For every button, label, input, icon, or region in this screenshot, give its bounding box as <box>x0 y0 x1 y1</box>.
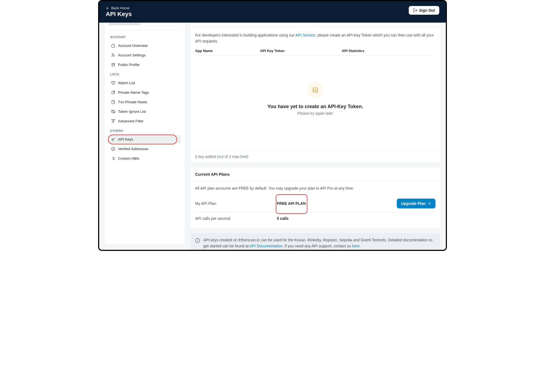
account-avatar-placeholder <box>108 23 141 25</box>
plan-value: FREE API PLAN <box>277 201 306 206</box>
svg-line-3 <box>111 110 115 113</box>
user-gear-icon <box>111 53 115 57</box>
col-api-statistics: API Statistics <box>342 49 435 53</box>
info-icon <box>195 238 200 243</box>
svg-rect-2 <box>112 91 115 94</box>
sidebar-item-label: Account Settings <box>118 53 146 57</box>
sidebar-item-account-overview[interactable]: Account Overview <box>108 41 181 50</box>
api-documentation-link[interactable]: API Documentation <box>250 244 283 248</box>
svg-point-0 <box>112 54 113 55</box>
col-app-name: App Name <box>195 49 260 53</box>
sidebar-item-private-name-tags[interactable]: Private Name Tags <box>108 88 181 97</box>
info-text: API keys created on Etherscan.io can be … <box>203 237 435 249</box>
arrow-left-icon <box>106 6 110 10</box>
storefront-icon <box>111 63 115 67</box>
sidebar-item-watch-list[interactable]: Watch List <box>108 79 181 87</box>
sign-out-button[interactable]: Sign Out <box>409 6 439 15</box>
sidebar-item-label: Txn Private Notes <box>118 100 147 104</box>
api-plans-panel: Current API Plans All API plan accounts … <box>190 168 440 228</box>
plans-description: All API plan accounts are FREE by defaul… <box>195 186 435 190</box>
sidebar-item-account-settings[interactable]: Account Settings <box>108 51 181 59</box>
svg-point-5 <box>111 147 115 151</box>
sidebar-item-label: Custom ABIs <box>118 156 139 160</box>
check-circle-icon <box>111 147 115 151</box>
sidebar: ACCOUNT Account Overview Account Setting… <box>105 23 185 244</box>
sidebar-item-label: Account Overview <box>118 44 148 48</box>
sidebar-item-token-ignore-list[interactable]: Token Ignore List <box>108 107 181 116</box>
sidebar-item-label: Verified Addresses <box>118 147 149 151</box>
sidebar-section-account: ACCOUNT <box>110 35 179 39</box>
sidebar-item-advanced-filter[interactable]: Advanced Filter <box>108 117 181 125</box>
sidebar-section-lists: LISTS <box>110 73 179 76</box>
panel-description: For developers interested in building ap… <box>195 32 435 44</box>
key-icon <box>111 137 115 141</box>
home-icon <box>111 44 115 48</box>
sign-out-icon <box>413 8 417 13</box>
info-text-segment: . If you need any API support, contact u… <box>282 244 352 248</box>
empty-subtitle: Please try again later <box>195 111 435 116</box>
filter-icon <box>111 119 115 123</box>
app-header: Back Home API Keys Sign Out <box>99 1 446 23</box>
panel-footer: 0 key added (out of 3 max limit) <box>190 150 440 163</box>
sidebar-item-label: Advanced Filter <box>118 119 144 123</box>
page-title: API Keys <box>106 11 132 18</box>
heart-icon <box>111 81 115 85</box>
plan-label: My API Plan: <box>195 201 277 206</box>
document-icon <box>111 100 115 104</box>
sidebar-item-txn-private-notes[interactable]: Txn Private Notes <box>108 98 181 106</box>
plan-value: 5 calls <box>277 216 289 221</box>
info-banner: API keys created on Etherscan.io can be … <box>190 233 440 250</box>
sidebar-item-label: Public Profile <box>118 63 140 67</box>
sidebar-item-label: Watch List <box>118 81 135 85</box>
sidebar-item-label: Token Ignore List <box>118 110 146 114</box>
arrow-right-icon <box>427 202 431 205</box>
sidebar-item-label: Private Name Tags <box>118 90 149 95</box>
plan-row-my-plan: My API Plan: FREE API PLAN Upgrade Plan <box>195 196 435 211</box>
info-text-segment: . <box>360 244 361 248</box>
plans-title: Current API Plans <box>190 168 440 181</box>
desc-text: For developers interested in building ap… <box>195 33 295 37</box>
empty-icon-wrap <box>307 82 323 98</box>
sign-out-label: Sign Out <box>419 8 435 13</box>
inbox-icon <box>312 86 319 93</box>
sidebar-section-others: OTHERS <box>110 129 179 132</box>
api-service-link[interactable]: API Service <box>295 33 315 37</box>
upgrade-plan-button[interactable]: Upgrade Plan <box>397 199 435 208</box>
sidebar-item-label: API Keys <box>118 137 133 141</box>
back-home-link[interactable]: Back Home <box>106 6 129 10</box>
empty-title: You have yet to create an API-Key Token. <box>195 104 435 110</box>
list-icon <box>111 156 115 160</box>
svg-point-1 <box>114 56 115 56</box>
api-keys-panel: API Keys Add For developers interested i… <box>190 23 440 163</box>
back-home-label: Back Home <box>111 6 129 10</box>
sidebar-item-verified-addresses[interactable]: Verified Addresses <box>108 145 181 153</box>
sidebar-item-api-keys[interactable]: API Keys <box>108 135 181 144</box>
sidebar-item-custom-abis[interactable]: Custom ABIs <box>108 154 181 163</box>
upgrade-label: Upgrade Plan <box>401 201 426 206</box>
eye-off-icon <box>111 110 115 114</box>
plan-row-calls-per-second: API calls per second: 5 calls <box>195 214 435 223</box>
svg-point-4 <box>112 139 113 141</box>
col-api-key-token: API Key Token <box>260 49 342 53</box>
table-header: App Name API Key Token API Statistics <box>195 44 435 56</box>
note-icon <box>111 90 115 95</box>
plan-label: API calls per second: <box>195 216 277 221</box>
support-here-link[interactable]: here <box>352 244 360 248</box>
empty-state: You have yet to create an API-Key Token.… <box>195 56 435 145</box>
sidebar-item-public-profile[interactable]: Public Profile <box>108 60 181 69</box>
